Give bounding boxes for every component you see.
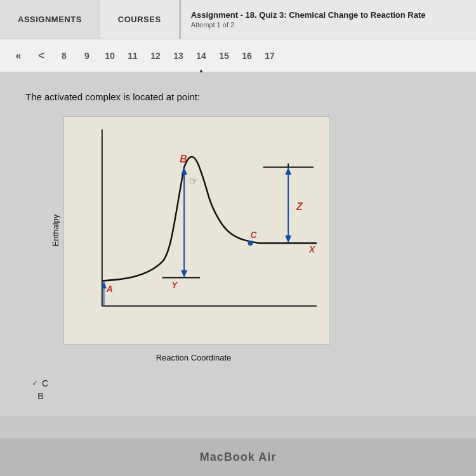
top-nav: ASSIGNMENTS COURSES Assignment - 18. Qui…: [0, 0, 476, 39]
y-label: Y: [171, 280, 178, 290]
svg-marker-8: [285, 235, 291, 243]
page-16[interactable]: 16: [236, 45, 258, 67]
answer-b[interactable]: B: [32, 391, 451, 401]
answer-b-label: B: [37, 391, 43, 401]
svg-marker-11: [181, 270, 187, 278]
main-content: The activated complex is located at poin…: [0, 72, 476, 416]
macbook-bar: MacBook Air: [0, 438, 476, 476]
nav-courses[interactable]: COURSES: [100, 0, 180, 39]
prev-double-btn[interactable]: «: [8, 45, 29, 67]
empty-check-icon: [32, 392, 34, 400]
assignments-label: ASSIGNMENTS: [18, 15, 82, 24]
z-label: Z: [296, 201, 303, 212]
page-9[interactable]: 9: [76, 45, 98, 67]
answer-c-label: C: [42, 378, 48, 388]
b-label: B: [180, 154, 187, 164]
page-15[interactable]: 15: [213, 45, 235, 67]
courses-label: COURSES: [118, 15, 161, 24]
page-10[interactable]: 10: [99, 45, 121, 67]
checkmark-icon: ✓: [32, 379, 38, 388]
prev-single-btn[interactable]: <: [30, 45, 52, 67]
question-text: The activated complex is located at poin…: [25, 91, 451, 102]
answer-section: ✓ C B: [32, 378, 451, 401]
reaction-graph-svg: Z B Y X C A: [64, 117, 329, 344]
answer-c[interactable]: ✓ C: [32, 378, 451, 388]
x-axis-label: Reaction Coordinate: [156, 353, 232, 362]
page-17[interactable]: 17: [259, 45, 281, 67]
assignment-info: Assignment - 18. Quiz 3: Chemical Change…: [180, 0, 476, 39]
svg-marker-7: [285, 168, 291, 175]
svg-point-12: [248, 241, 253, 246]
page-11[interactable]: 11: [122, 45, 143, 67]
macbook-text: MacBook Air: [200, 451, 276, 464]
nav-assignments[interactable]: ASSIGNMENTS: [0, 0, 100, 39]
page-12[interactable]: 12: [145, 45, 166, 67]
x-label: X: [308, 244, 315, 255]
assignment-subtitle: Attempt 1 of 2: [191, 21, 466, 29]
graph-container: Z B Y X C A: [63, 116, 330, 345]
assignment-title: Assignment - 18. Quiz 3: Chemical Change…: [191, 10, 466, 20]
page-13[interactable]: 13: [168, 45, 189, 67]
page-14-current[interactable]: 14: [190, 45, 212, 67]
page-8[interactable]: 8: [53, 45, 75, 67]
a-label: A: [106, 284, 113, 294]
cursor-icon: ☞: [189, 176, 198, 187]
c-label: C: [251, 230, 258, 240]
pagination-bar: « < 8 9 10 11 12 13 14 15 16 17: [0, 39, 476, 72]
y-axis-label: Enthalpy: [51, 215, 60, 247]
svg-marker-10: [181, 168, 187, 175]
